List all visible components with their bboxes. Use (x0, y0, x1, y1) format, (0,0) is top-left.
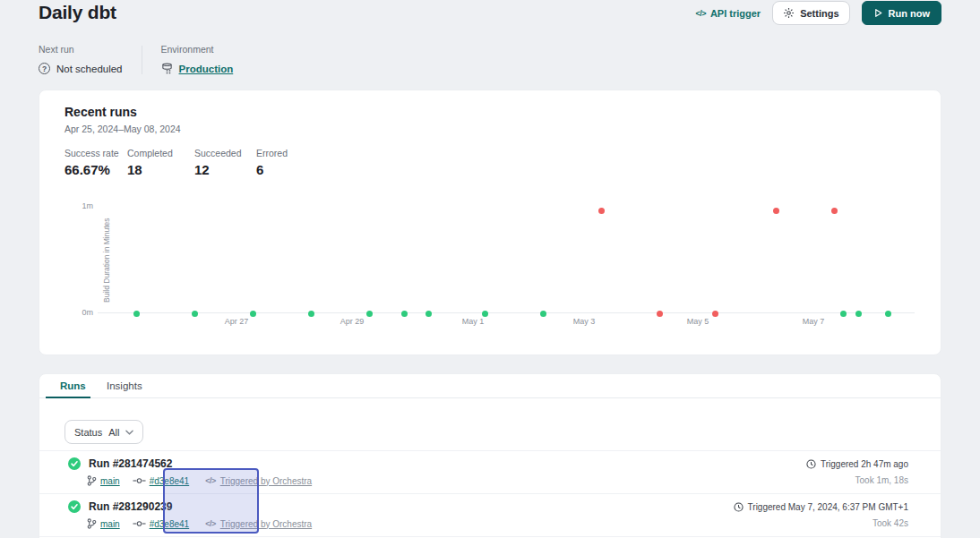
status-filter-dropdown[interactable]: Status All (64, 420, 143, 444)
chart-xtick: May 7 (803, 317, 825, 326)
clock-icon (806, 459, 816, 469)
run-triggered-time: Triggered 2h 47m ago (806, 459, 908, 469)
vertical-divider (142, 46, 142, 74)
question-circle-icon: ? (39, 63, 50, 74)
success-check-icon (68, 500, 81, 513)
chart-point-succeeded (426, 311, 432, 317)
next-run-value: Not scheduled (56, 64, 123, 74)
tab-runs[interactable]: Runs (60, 380, 86, 391)
run-title[interactable]: Run #281290239 (89, 500, 172, 513)
settings-label: Settings (800, 8, 838, 19)
database-icon (161, 63, 173, 74)
run-duration: Took 42s (873, 518, 908, 528)
chart-point-errored (831, 208, 838, 214)
stats-row: Success rate 66.67% Completed 18 Succeed… (64, 148, 288, 177)
commit-link[interactable]: #d3e8e41 (150, 519, 190, 529)
status-filter-value: All (108, 427, 119, 438)
next-run-block: Next run ? Not scheduled (39, 44, 123, 74)
chart-xtick: Apr 27 (225, 317, 249, 326)
chart-ytick-1m: 1m (73, 201, 93, 210)
recent-runs-card: Recent runs Apr 25, 2024–May 08, 2024 Su… (39, 90, 941, 355)
job-meta: Next run ? Not scheduled Environment (39, 44, 233, 74)
clock-icon (734, 502, 744, 512)
chart-xtick: May 1 (462, 317, 485, 326)
job-page: Daily dbt </> API trigger Settings Run n… (0, 0, 980, 538)
chart-point-succeeded (401, 311, 408, 317)
branch-link[interactable]: main (100, 476, 120, 486)
chart-ytick-0m: 0m (73, 308, 93, 317)
chart-point-succeeded (885, 311, 891, 317)
run-duration: Took 1m, 18s (855, 475, 908, 485)
status-filter-label: Status (74, 427, 102, 438)
next-run-label: Next run (39, 44, 123, 55)
git-branch-icon (87, 475, 97, 486)
runs-card: Runs Insights Status All (39, 373, 941, 538)
trigger-source-link[interactable]: Triggered by Orchestra (220, 476, 312, 486)
chart-xtick: May 3 (573, 317, 596, 326)
commit-link[interactable]: #d3e8e41 (150, 476, 190, 486)
stat-completed: Completed 18 (127, 148, 194, 177)
tab-insights[interactable]: Insights (107, 380, 142, 391)
environment-link[interactable]: Production (179, 64, 234, 74)
run-now-button[interactable]: Run now (862, 1, 941, 25)
run-row[interactable]: Run #281290239 main (39, 494, 941, 537)
api-trigger-link[interactable]: </> API trigger (695, 8, 761, 19)
runs-list: Run #281474562 main (39, 450, 941, 537)
branch-link[interactable]: main (100, 519, 120, 529)
environment-label: Environment (161, 44, 234, 55)
chart-point-errored (598, 208, 605, 214)
chart-point-errored (657, 311, 663, 317)
chart-point-succeeded (250, 311, 256, 317)
chart-point-succeeded (192, 311, 198, 317)
trigger-source-chip: </> Triggered by Orchestra (205, 519, 312, 529)
run-row[interactable]: Run #281474562 main (39, 451, 941, 494)
chart-point-succeeded (840, 311, 847, 317)
chart-point-succeeded (855, 311, 862, 317)
settings-button[interactable]: Settings (772, 1, 849, 25)
stat-succeeded: Succeeded 12 (194, 148, 256, 177)
chart-point-succeeded (366, 311, 373, 317)
run-title[interactable]: Run #281474562 (89, 457, 172, 470)
git-commit-icon (133, 476, 146, 485)
chart-point-errored (712, 311, 718, 317)
recent-runs-date-range: Apr 25, 2024–May 08, 2024 (64, 124, 181, 134)
code-icon: </> (205, 519, 216, 528)
page-title: Daily dbt (39, 2, 116, 23)
run-triggered-time: Triggered May 7, 2024, 6:37 PM GMT+1 (734, 502, 908, 512)
chart-xticks: Apr 27Apr 29May 1May 3May 5May 7 (98, 317, 915, 329)
chart-xtick: May 5 (687, 317, 709, 326)
recent-runs-title: Recent runs (64, 105, 137, 119)
stat-errored: Errored 6 (256, 148, 288, 177)
trigger-source-link[interactable]: Triggered by Orchestra (220, 519, 312, 529)
git-commit-icon (133, 519, 146, 528)
chart-xtick: Apr 29 (340, 317, 365, 326)
tab-bar: Runs Insights (39, 374, 941, 398)
header-actions: </> API trigger Settings Run now (695, 1, 941, 25)
api-trigger-label: API trigger (710, 8, 761, 19)
git-branch-icon (87, 518, 97, 529)
chevron-down-icon (125, 430, 133, 435)
code-icon: </> (695, 9, 706, 18)
stat-success-rate: Success rate 66.67% (64, 148, 127, 177)
run-subrow: main #d3e8e41 </> Triggered by Orchestra (87, 518, 312, 529)
run-subrow: main #d3e8e41 </> Triggered by Orchestra (87, 475, 312, 486)
chart-point-succeeded (308, 311, 314, 317)
play-icon (873, 8, 883, 18)
trigger-source-chip: </> Triggered by Orchestra (205, 476, 312, 486)
success-check-icon (68, 457, 81, 470)
environment-block: Environment Production (161, 44, 234, 74)
chart-point-succeeded (482, 311, 488, 317)
chart-plot (98, 207, 915, 313)
gear-icon (783, 7, 795, 19)
chart-point-succeeded (133, 311, 140, 317)
code-icon: </> (205, 476, 216, 485)
chart-point-errored (773, 208, 779, 214)
run-now-label: Run now (889, 8, 930, 19)
active-tab-indicator (46, 397, 90, 398)
chart-point-succeeded (540, 311, 546, 317)
